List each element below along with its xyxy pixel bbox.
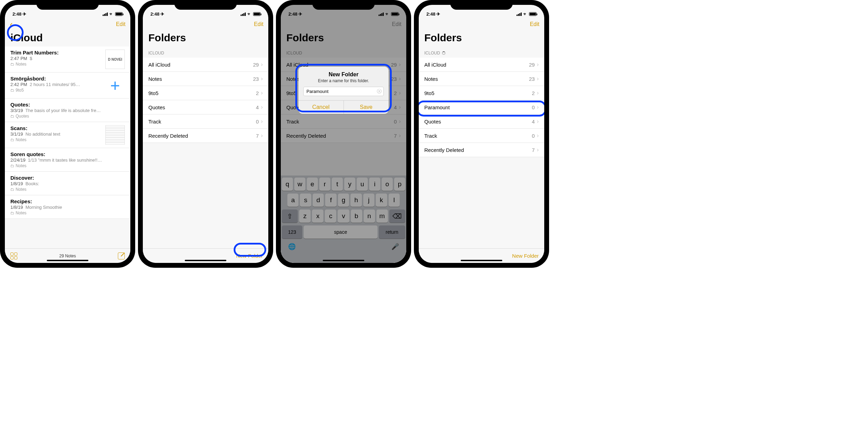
chevron-right-icon: › [537,90,539,96]
note-row[interactable]: Scans: 3/1/19 No additional text 🗀 Notes [5,122,130,148]
chevron-right-icon: › [261,104,263,110]
note-row[interactable]: Soren quotes: 2/24/19 1/13 "mmm it taste… [5,148,130,172]
edit-button[interactable]: Edit [254,21,263,27]
battery-icon [253,12,261,16]
page-title: iCloud [5,31,130,46]
back-button[interactable]: ‹ [10,19,13,30]
folder-count: 29 › [529,61,539,68]
save-button[interactable]: Save [344,101,389,114]
chevron-right-icon: › [537,147,539,153]
home-indicator[interactable] [185,260,226,261]
folder-row[interactable]: Notes 23 › [419,71,544,86]
note-thumb-doc-icon [105,125,125,145]
folder-icon: 🗀 [10,138,14,142]
folder-name: All iCloud [424,62,446,68]
note-title: Quotes: [10,102,125,108]
status-time: 2:48 [12,11,21,17]
folder-name: Quotes [148,104,165,110]
battery-icon [529,12,537,16]
phone-2: 2:48✈︎ ᯤ Edit Folders ICLOUD All iCloud … [138,0,273,268]
note-row[interactable]: Trim Part Numbers: 2:47 PM $ 🗀 Notes D N… [5,46,130,72]
folder-name: All iCloud [148,62,170,68]
folder-name: Notes [424,76,438,82]
status-bar: 2:48✈︎ ᯤ [419,5,544,17]
section-header-icloud: ICLOUD [143,46,268,58]
folder-row[interactable]: Recently Deleted 7 › [419,143,544,157]
clear-input-icon[interactable]: ⓧ [377,88,382,95]
note-subtitle: 3/3/19 The basis of your life is absolut… [10,108,125,113]
new-folder-button[interactable]: New Folder [236,253,263,259]
note-subtitle: 1/8/19 Books: [10,181,125,186]
folder-row[interactable]: Quotes 4 › [419,114,544,129]
folder-name: Recently Deleted [424,147,464,153]
home-indicator[interactable] [461,260,502,261]
chevron-right-icon: › [537,132,539,139]
folder-count: 0 › [256,118,263,125]
note-subtitle: 2:42 PM 2 hours 11 minutes/ 95… [10,82,102,87]
home-indicator[interactable] [323,260,364,261]
note-title: Scans: [10,125,102,131]
note-thumb-plus-icon: + [105,76,125,95]
note-title: Recipes: [10,198,125,204]
folder-name: Paramount [424,104,450,110]
folders-list[interactable]: All iCloud 29 › Notes 23 › 9to5 2 › Para… [419,58,544,248]
folder-row[interactable]: Paramount 0 › [419,100,544,114]
chevron-right-icon: › [261,90,263,96]
note-row[interactable]: Discover: 1/8/19 Books: 🗀 Notes [5,172,130,195]
folder-row[interactable]: Track 0 › [419,128,544,143]
home-indicator[interactable] [47,260,88,261]
folder-row[interactable]: Recently Deleted 7 › [143,128,268,143]
folder-count: 7 › [532,147,539,153]
folder-name: Track [424,133,437,139]
note-row[interactable]: Recipes: 1/8/19 Morning Smoothie 🗀 Notes [5,195,130,219]
grid-view-icon[interactable] [10,252,17,259]
folder-row[interactable]: Quotes 4 › [143,100,268,114]
location-icon: ✈︎ [160,11,164,17]
section-header-icloud: ICLOUD [419,46,544,58]
status-bar: 2:48✈︎ ᯤ [5,5,130,17]
note-folder: 🗀 Quotes [10,114,125,119]
note-thumb: D NOVEI [105,50,125,69]
chevron-right-icon: › [537,118,539,125]
compose-icon[interactable] [118,252,125,259]
status-bar: 2:48✈︎ ᯤ [143,5,268,17]
chevron-right-icon: › [537,61,539,68]
note-subtitle: 1/8/19 Morning Smoothie [10,205,125,210]
phone-3: 2:48✈︎ ᯤ Edit Folders ICLOUD All iCloud … [276,0,411,268]
folder-icon: 🗀 [10,114,14,118]
folder-icon: 🗀 [10,164,14,168]
wifi-icon: ᯤ [109,11,114,17]
notes-count: 29 Notes [5,254,130,258]
note-row[interactable]: Smörgåsbord: 2:42 PM 2 hours 11 minutes/… [5,72,130,99]
folder-name-input[interactable] [303,87,384,96]
edit-button[interactable]: Edit [530,21,539,27]
phone-1: 2:48✈︎ ᯤ ‹ Edit iCloud Trim Part Numbers… [0,0,135,268]
note-folder: 🗀 Notes [10,62,102,67]
edit-button[interactable]: Edit [116,21,125,27]
folder-row[interactable]: 9to5 2 › [143,86,268,100]
battery-icon [115,12,123,16]
note-title: Trim Part Numbers: [10,50,102,55]
folder-name: Notes [148,76,162,82]
wifi-icon: ᯤ [247,11,252,17]
signal-icon [241,12,246,16]
location-icon: ✈︎ [23,11,26,17]
chevron-right-icon: › [537,76,539,82]
folder-row[interactable]: Notes 23 › [143,71,268,86]
folder-row[interactable]: All iCloud 29 › [143,58,268,72]
folders-list[interactable]: All iCloud 29 › Notes 23 › 9to5 2 › Quot… [143,58,268,248]
note-folder: 🗀 Notes [10,211,125,215]
note-row[interactable]: Quotes: 3/3/19 The basis of your life is… [5,99,130,122]
sync-spinner-icon [442,51,445,55]
folder-row[interactable]: Track 0 › [143,114,268,129]
wifi-icon: ᯤ [523,11,528,17]
folder-count: 23 › [529,76,539,82]
notes-list[interactable]: Trim Part Numbers: 2:47 PM $ 🗀 Notes D N… [5,46,130,248]
folder-name: 9to5 [148,90,158,96]
folder-row[interactable]: 9to5 2 › [419,86,544,100]
page-title: Folders [419,31,544,46]
cancel-button[interactable]: Cancel [298,101,344,114]
new-folder-button[interactable]: New Folder [512,253,539,259]
chevron-right-icon: › [261,61,263,68]
folder-row[interactable]: All iCloud 29 › [419,58,544,72]
